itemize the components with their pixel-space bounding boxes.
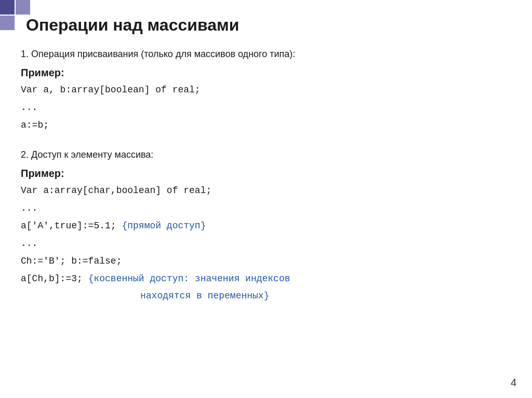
section1-example-label: Пример: [21,67,511,79]
section1-code-line3: a:=b; [21,118,511,133]
corner-sq1 [0,0,15,15]
section2-heading: 2. Доступ к элементу массива: [21,148,511,161]
section1-heading: 1. Операция присваивания (только для мас… [21,48,511,61]
section2-code-line4: ... [21,237,511,251]
corner-sq3 [0,16,15,30]
section1-code-text2: ... [21,102,37,113]
section2-comment3: находятся в переменных} [21,291,269,301]
section2-code-text6-main: a[Ch,b]:=3; [21,273,88,284]
section2-code-text1: Var a:array[char,boolean] of real; [21,185,211,196]
corner-decoration [0,0,31,31]
section2-comment1: {прямой доступ} [122,221,206,231]
slide-title: Операции над массивами [21,16,511,35]
section2-code-text5: Ch:='B'; b:=false; [21,256,122,266]
section2-code-text2: ... [21,203,37,213]
section2-code-line1: Var a:array[char,boolean] of real; [21,184,511,198]
corner-sq2 [16,0,30,15]
section2-code-text3-main: a['A',true]:=5.1; [21,221,122,231]
section2-code-line3: a['A',true]:=5.1; {прямой доступ} [21,219,511,234]
section2-code-text4: ... [21,238,37,249]
slide-container: Операции над массивами 1. Операция присв… [0,0,532,398]
section1-code-line2: ... [21,101,511,115]
section2-code-line6: a[Ch,b]:=3; {косвенный доступ: значения … [21,272,511,286]
section2-comment2: {косвенный доступ: значения индексов [88,273,290,284]
section1-code-line1: Var a, b:array[boolean] of real; [21,83,511,98]
page-number: 4 [511,377,516,389]
section2-code-line7: находятся в переменных} [21,289,511,304]
section1-code-text1: Var a, b:array[boolean] of real; [21,85,201,95]
section1-code-text3: a:=b; [21,120,49,130]
section2-example-label: Пример: [21,168,511,180]
section2-code-line2: ... [21,201,511,216]
section2-code-line5: Ch:='B'; b:=false; [21,254,511,269]
